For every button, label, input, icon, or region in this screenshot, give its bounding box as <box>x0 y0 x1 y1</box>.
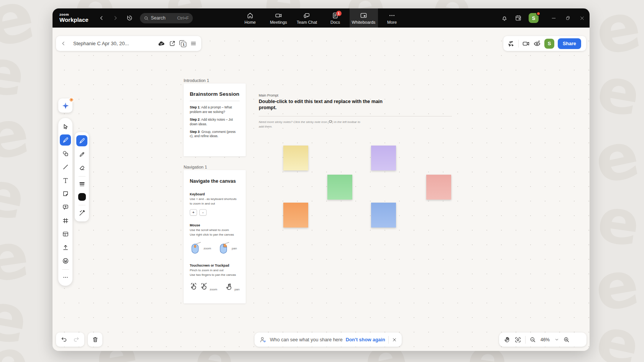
logo-workplace-text: Workplace <box>59 16 89 23</box>
minimize-button[interactable] <box>551 15 557 21</box>
sticky-note-yellow[interactable] <box>283 146 308 170</box>
forward-button[interactable] <box>112 15 118 21</box>
redo-button[interactable] <box>73 336 79 343</box>
tab-more[interactable]: More <box>378 8 406 28</box>
tab-whiteboards[interactable]: Whiteboards <box>350 8 378 28</box>
mouse-pan-label: pan <box>232 247 237 250</box>
frame-label-navigation[interactable]: Navigation 1 <box>184 165 207 169</box>
more-tools[interactable] <box>60 272 71 283</box>
history-icon[interactable] <box>126 15 133 21</box>
pen-style-pencil[interactable] <box>76 149 87 160</box>
board-actions-bar: S Share <box>503 36 586 51</box>
touch-pan-label: pan <box>235 288 240 291</box>
maximize-button[interactable] <box>565 15 571 21</box>
main-nav-tabs: Home Meetings Team Chat Docs 1 Whiteboar… <box>236 8 406 28</box>
emoji-tool[interactable] <box>60 255 71 266</box>
pan-hand-tool[interactable] <box>504 336 511 343</box>
brainstorm-step-3: Step 3: Group, comment (press c), and re… <box>190 130 240 139</box>
logo-zoom-text: zoom <box>59 13 89 16</box>
board-back-button[interactable] <box>61 41 66 46</box>
left-toolbar <box>58 118 72 286</box>
pen-style-pen[interactable] <box>76 135 87 146</box>
back-button[interactable] <box>99 15 105 21</box>
upload-tool[interactable] <box>60 242 71 253</box>
eraser-tool[interactable] <box>76 162 87 173</box>
people-visibility-icon <box>259 336 267 344</box>
close-button[interactable] <box>579 15 585 21</box>
text-tool[interactable] <box>60 175 71 186</box>
brainstorm-card[interactable]: Brainstorm Session Step 1: Add a prompt … <box>184 84 246 156</box>
pen-tool[interactable] <box>60 134 71 146</box>
tab-docs[interactable]: Docs 1 <box>321 8 350 28</box>
board-title[interactable]: Stephanie C Apr 30, 20... <box>73 41 154 46</box>
mouse-zoom-icon <box>190 241 201 255</box>
pan-hand-icon <box>225 282 233 291</box>
pinch-out-hand-icon <box>190 282 198 291</box>
zoom-in-button[interactable] <box>563 336 570 343</box>
zoom-level[interactable]: 46% <box>540 337 550 342</box>
sticky-note-purple[interactable] <box>371 146 396 170</box>
minimap-icon[interactable] <box>514 336 521 343</box>
mouse-text: Use the scroll wheel to zoomUse right cl… <box>190 228 240 237</box>
undo-button[interactable] <box>61 336 67 343</box>
video-camera-icon[interactable] <box>522 40 530 48</box>
meetings-icon <box>275 12 282 19</box>
trash-icon <box>92 336 99 343</box>
zoom-menu-chevron[interactable] <box>554 337 559 342</box>
shapes-tool[interactable] <box>60 148 71 159</box>
sticky-note-green[interactable] <box>327 175 352 200</box>
delete-button[interactable] <box>88 333 102 347</box>
toast-message: Who can see what you share here <box>270 337 343 342</box>
tab-team-chat[interactable]: Team Chat <box>293 8 321 28</box>
select-tool[interactable] <box>60 121 71 132</box>
open-in-new-icon[interactable] <box>169 40 176 47</box>
share-button[interactable]: Share <box>558 38 581 49</box>
brainstorm-step-2: Step 2: Add sticky notes – Jot down idea… <box>190 118 240 127</box>
whiteboard-canvas[interactable]: Stephanie C Apr 30, 20... 1 <box>53 28 590 351</box>
tab-home[interactable]: Home <box>236 8 264 28</box>
keyboard-text: Use + and - as keyboard shortcuts to zoo… <box>190 197 240 206</box>
collaborator-avatar[interactable]: S <box>544 39 554 49</box>
user-avatar[interactable]: S <box>529 13 539 23</box>
main-prompt-text[interactable]: Double-click to edit this text and repla… <box>259 98 386 111</box>
main-prompt-label: Main Prompt <box>259 93 278 97</box>
navigate-canvas-card[interactable]: Navigate the canvas Keyboard Use + and -… <box>184 170 246 303</box>
touch-text: Pinch to zoom in and outUse two fingers … <box>190 268 240 277</box>
template-tool[interactable] <box>60 228 71 239</box>
navigate-title: Navigate the canvas <box>190 179 240 184</box>
color-swatch-black[interactable] <box>78 193 86 201</box>
tab-meetings[interactable]: Meetings <box>264 8 293 28</box>
toast-close-icon[interactable] <box>392 337 397 342</box>
search-input[interactable]: Search Ctrl+F <box>140 13 193 23</box>
sticky-note-blue[interactable] <box>371 203 396 228</box>
pages-icon[interactable]: 1 <box>179 40 186 47</box>
ai-companion-button[interactable] <box>58 98 72 113</box>
cloud-saved-icon <box>158 40 165 48</box>
sticky-note-orange[interactable] <box>283 203 308 228</box>
comment-tool[interactable] <box>60 201 71 213</box>
search-placeholder: Search <box>151 15 166 21</box>
team-chat-icon <box>303 12 310 19</box>
lock-badge-icon <box>69 97 74 102</box>
board-menu-icon[interactable] <box>190 40 197 47</box>
search-shortcut: Ctrl+F <box>177 16 189 20</box>
dont-show-again-link[interactable]: Don't show again <box>346 337 385 342</box>
collaborate-cursors-icon[interactable] <box>507 40 515 48</box>
frame-label-introduction[interactable]: Introduction 1 <box>184 78 209 83</box>
zoom-out-button[interactable] <box>529 336 536 343</box>
notifications-bell-icon[interactable] <box>501 15 508 21</box>
smart-pen-tool[interactable] <box>76 207 87 218</box>
mouse-zoom-label: zoom <box>204 247 211 250</box>
board-title-bar: Stephanie C Apr 30, 20... 1 <box>56 36 201 51</box>
follow-eye-icon[interactable] <box>533 40 541 48</box>
more-icon <box>388 12 396 19</box>
sticky-note-tool[interactable] <box>60 188 71 199</box>
sticky-note-hint: Need more sticky notes? Click the sticky… <box>259 120 361 129</box>
sticky-note-red[interactable] <box>426 175 451 200</box>
thickness-picker[interactable] <box>76 179 87 190</box>
calendar-icon[interactable] <box>515 15 522 21</box>
touch-heading: Touchscreen or Trackpad <box>190 264 240 267</box>
frame-tool[interactable] <box>60 215 71 226</box>
line-tool[interactable] <box>60 161 71 172</box>
prompt-divider <box>259 116 452 116</box>
